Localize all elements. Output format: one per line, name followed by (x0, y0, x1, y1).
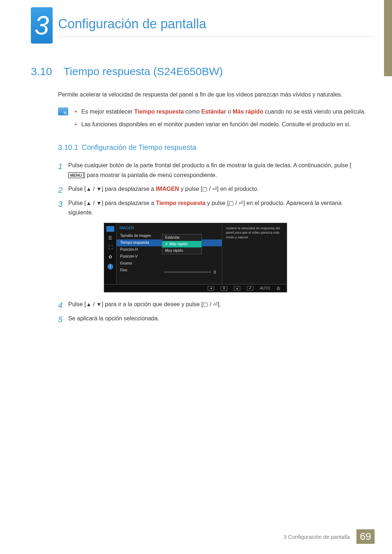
osd-sidebar: ☰ ⛶ ✿ i (104, 223, 117, 284)
note-item: Es mejor establecer Tiempo respuesta com… (75, 107, 367, 116)
step-item: 2 Pulse [▲ / ▼] para desplazarse a IMAGE… (58, 184, 367, 194)
note-list: Es mejor establecer Tiempo respuesta com… (75, 107, 367, 133)
footer-label: 3 Configuración de pantalla (283, 534, 350, 540)
section-intro: Permite acelerar la velocidad de respues… (58, 90, 367, 99)
step-item: 3 Pulse [▲ / ▼] para desplazarse a Tiemp… (58, 198, 367, 293)
section-heading: 3.10Tiempo respuesta (S24E650BW) (31, 65, 367, 78)
step-item: 5 Se aplicará la opción seleccionada. (58, 314, 367, 323)
page-number: 69 (356, 529, 375, 544)
gear-icon: ✿ (107, 254, 114, 260)
main-content: 3.10Tiempo respuesta (S24E650BW) Permite… (31, 65, 367, 328)
osd-slider-value: 0 (214, 270, 216, 276)
window-icon: ▢ (203, 301, 208, 308)
note-icon (58, 107, 68, 115)
window-icon: ▢ (229, 200, 234, 206)
osd-option: Muy rápido (162, 247, 201, 254)
up-icon: ▴ (234, 286, 240, 291)
window-icon: ▢ (202, 186, 207, 192)
subsection-title: Configuración de Tiempo respuesta (82, 143, 196, 151)
down-icon: ▼ (96, 186, 102, 192)
enter-icon: ⏎ (213, 301, 218, 308)
up-icon: ▲ (86, 186, 91, 192)
section-number: 3.10 (31, 65, 64, 78)
osd-bottom-keys: ◂ ▾ ▴ ↲ AUTO ⏻ (104, 284, 287, 292)
osd-options: Estándar ✔Más rápido Muy rápido (162, 234, 202, 254)
enter-icon: ↲ (247, 286, 253, 291)
osd-screenshot: ☰ ⛶ ✿ i IMAGEN Tamaño de imagen Tiempo r… (104, 223, 293, 292)
list-icon: ☰ (107, 235, 114, 241)
up-icon: ▲ (86, 301, 91, 308)
osd-auto-label: AUTO (260, 286, 270, 292)
page-header: 3 Configuración de pantalla (0, 0, 392, 54)
monitor-icon (106, 226, 114, 232)
chapter-badge: 3 (31, 7, 53, 44)
steps-list: 1 Pulse cualquier botón de la parte fron… (58, 161, 367, 323)
down-icon: ▼ (96, 200, 102, 206)
subsection-number: 3.10.1 (58, 143, 82, 152)
down-icon: ▾ (221, 286, 227, 291)
osd-menu: IMAGEN Tamaño de imagen Tiempo respuesta… (117, 223, 222, 284)
step-item: 4 Pulse [▲ / ▼] para ir a la opción que … (58, 300, 367, 309)
note-block: Es mejor establecer Tiempo respuesta com… (58, 107, 367, 133)
check-icon: ✔ (165, 241, 168, 247)
power-icon: ⏻ (277, 286, 280, 292)
left-icon: ◂ (208, 286, 214, 291)
down-icon: ▼ (96, 301, 102, 308)
expand-icon: ⛶ (107, 245, 114, 251)
chapter-title: Configuración de pantalla (58, 16, 206, 32)
osd-description: Acelere la velocidad de respuesta del pa… (222, 223, 287, 284)
menu-key: MENU (68, 172, 83, 178)
osd-item: Grueso (117, 260, 222, 267)
osd-option-selected: ✔Más rápido (162, 241, 201, 247)
up-icon: ▲ (86, 200, 91, 206)
enter-icon: ⏎ (238, 200, 243, 206)
header-rule (58, 36, 374, 37)
osd-option: Estándar (162, 234, 201, 241)
page-footer: 3 Configuración de pantalla 69 (283, 529, 375, 544)
info-icon: i (107, 264, 113, 270)
osd-slider (164, 271, 211, 273)
enter-icon: ⏎ (212, 186, 217, 192)
step-item: 1 Pulse cualquier botón de la parte fron… (58, 161, 367, 180)
section-title: Tiempo respuesta (S24E650BW) (64, 65, 223, 77)
note-item: Las funciones disponibles en el monitor … (75, 120, 367, 129)
osd-title: IMAGEN (117, 223, 222, 233)
subsection-heading: 3.10.1Configuración de Tiempo respuesta (58, 143, 367, 152)
chapter-number: 3 (34, 11, 49, 40)
